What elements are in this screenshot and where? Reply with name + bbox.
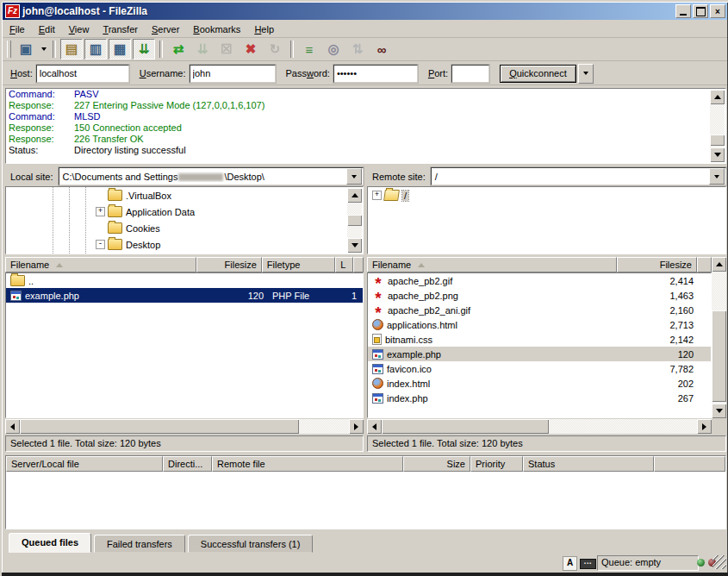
filetype-cell: PHP File xyxy=(268,288,343,303)
scroll-down-arrow[interactable] xyxy=(347,238,362,253)
log-line-label: Response: xyxy=(9,122,74,134)
directory-listing-filters[interactable]: ≡ xyxy=(298,39,320,59)
compare-directories[interactable]: ◎ xyxy=(322,39,345,59)
quickconnect-button[interactable]: Quickconnect xyxy=(500,65,576,83)
scroll-right-arrow[interactable] xyxy=(349,419,364,434)
column-header-filetype[interactable]: Filetype xyxy=(262,257,335,272)
queue-column-size[interactable]: Size xyxy=(403,456,470,472)
file-row[interactable]: index.php267 xyxy=(368,391,711,405)
tree-item[interactable]: .VirtualBox xyxy=(6,187,363,203)
column-header-filesize[interactable]: Filesize xyxy=(196,257,262,272)
scroll-left-arrow[interactable] xyxy=(367,419,382,434)
menu-item-view[interactable]: View xyxy=(62,22,96,36)
file-row[interactable]: favicon.ico7,782 xyxy=(368,361,711,376)
scroll-up-arrow[interactable] xyxy=(712,257,726,272)
queue-column-priority[interactable]: Priority xyxy=(470,456,523,472)
site-manager-dropdown[interactable] xyxy=(38,40,49,59)
toolbar-grip[interactable] xyxy=(7,41,11,58)
tree-item[interactable]: +/ xyxy=(368,187,725,203)
open-site-manager[interactable]: ▣ xyxy=(15,39,37,59)
local-site-dropdown[interactable] xyxy=(346,168,362,185)
tree-item[interactable]: +Application Data xyxy=(6,203,363,220)
local-hscrollbar[interactable] xyxy=(5,419,364,434)
minimize-button[interactable] xyxy=(675,4,691,18)
menu-item-edit[interactable]: Edit xyxy=(32,22,62,36)
quickconnect-dropdown[interactable] xyxy=(578,64,594,84)
column-header-filesize[interactable]: Filesize xyxy=(617,257,697,272)
scroll-thumb[interactable] xyxy=(712,310,726,402)
queue-column-directi[interactable]: Directi... xyxy=(163,456,212,472)
expand-icon[interactable]: + xyxy=(372,191,382,200)
file-row[interactable]: *apache_pb2.gif2,414 xyxy=(368,273,711,288)
filezilla-app-icon[interactable]: Fz xyxy=(5,4,20,18)
scroll-down-arrow[interactable] xyxy=(712,404,726,418)
password-input[interactable] xyxy=(333,65,418,83)
menu-item-help[interactable]: Help xyxy=(247,22,281,36)
host-input[interactable] xyxy=(36,65,129,83)
log-line: Response:227 Entering Passive Mode (127,… xyxy=(6,100,725,111)
recv-led-icon xyxy=(697,559,705,567)
remote-vscrollbar[interactable] xyxy=(712,257,726,418)
reconnect[interactable]: ↻ xyxy=(264,39,286,59)
username-input[interactable] xyxy=(190,65,276,83)
menu-item-server[interactable]: Server xyxy=(145,22,186,36)
file-row[interactable]: example.php120 xyxy=(368,347,711,361)
toggle-message-log[interactable]: ▤ xyxy=(60,39,83,59)
local-tree-vscrollbar[interactable] xyxy=(347,188,362,253)
menu-item-bookmarks[interactable]: Bookmarks xyxy=(186,22,247,36)
refresh[interactable]: ⇄ xyxy=(167,39,190,59)
scroll-left-arrow[interactable] xyxy=(5,419,20,434)
process-queue[interactable]: ⇊ xyxy=(191,39,214,59)
scroll-thumb[interactable] xyxy=(347,215,362,226)
remote-hscrollbar[interactable] xyxy=(367,419,712,434)
scroll-thumb[interactable] xyxy=(20,419,299,434)
local-site-combobox[interactable]: C:\Documents and Settings\Desktop\ xyxy=(59,167,364,185)
column-header-filename[interactable]: Filename xyxy=(5,257,196,272)
toggle-remote-treeview[interactable]: ▦ xyxy=(109,39,131,59)
remote-site-dropdown[interactable] xyxy=(709,168,725,185)
file-row[interactable]: example.php120PHP File1 xyxy=(6,288,363,303)
tab-queued-files[interactable]: Queued files xyxy=(9,533,91,553)
close-button[interactable]: × xyxy=(710,4,725,18)
file-row[interactable]: applications.html2,713 xyxy=(368,317,711,332)
tree-item[interactable]: Cookies xyxy=(6,220,363,236)
scroll-thumb[interactable] xyxy=(710,135,725,146)
collapse-icon[interactable]: - xyxy=(96,240,105,249)
file-row[interactable]: *apache_pb2_ani.gif2,160 xyxy=(368,303,711,317)
scroll-up-arrow[interactable] xyxy=(347,188,362,203)
image-file-icon: * xyxy=(372,310,384,316)
queue-column-serverlocalfile[interactable]: Server/Local file xyxy=(6,456,163,472)
log-vscrollbar[interactable] xyxy=(710,90,725,162)
scroll-right-arrow[interactable] xyxy=(697,419,712,434)
file-row[interactable]: .. xyxy=(6,273,363,288)
queue-column-remotefile[interactable]: Remote file xyxy=(212,456,403,472)
remote-site-combobox[interactable]: / xyxy=(431,167,726,185)
toggle-local-treeview[interactable]: ▥ xyxy=(84,39,107,59)
column-header-filename[interactable]: Filename xyxy=(367,257,617,272)
tree-item[interactable]: -Desktop xyxy=(6,236,363,253)
search-files[interactable]: ∞ xyxy=(370,39,393,59)
titlebar[interactable]: Fz john@localhost - FileZilla × xyxy=(3,3,727,20)
toggle-transfer-queue[interactable]: ⇊ xyxy=(133,39,155,59)
log-line-text: Directory listing successful xyxy=(74,145,186,156)
expand-icon[interactable]: + xyxy=(96,207,105,216)
queue-column-status[interactable]: Status xyxy=(523,456,654,472)
remote-file-list: *apache_pb2.gif2,414*apache_pb2.png1,463… xyxy=(367,272,712,418)
maximize-button[interactable] xyxy=(693,4,708,18)
file-row[interactable]: bitnami.css2,142 xyxy=(368,332,711,347)
column-header-l[interactable]: L xyxy=(335,257,353,272)
resize-grip[interactable] xyxy=(712,555,726,569)
scroll-up-arrow[interactable] xyxy=(710,90,725,104)
file-row[interactable]: *apache_pb2.png1,463 xyxy=(368,288,711,303)
tab-successful-transfers-1-[interactable]: Successful transfers (1) xyxy=(188,535,314,553)
menu-item-file[interactable]: File xyxy=(3,22,32,36)
file-row[interactable]: index.html202 xyxy=(368,376,711,391)
port-input[interactable] xyxy=(451,65,489,83)
scroll-down-arrow[interactable] xyxy=(710,147,725,162)
cancel-operation[interactable]: ☒ xyxy=(215,39,238,59)
disconnect[interactable]: ✖ xyxy=(240,39,262,59)
scroll-thumb[interactable] xyxy=(382,419,549,434)
tab-failed-transfers[interactable]: Failed transfers xyxy=(94,535,185,553)
menu-item-transfer[interactable]: Transfer xyxy=(96,22,145,36)
synchronized-browsing[interactable]: ⇅ xyxy=(346,39,369,59)
